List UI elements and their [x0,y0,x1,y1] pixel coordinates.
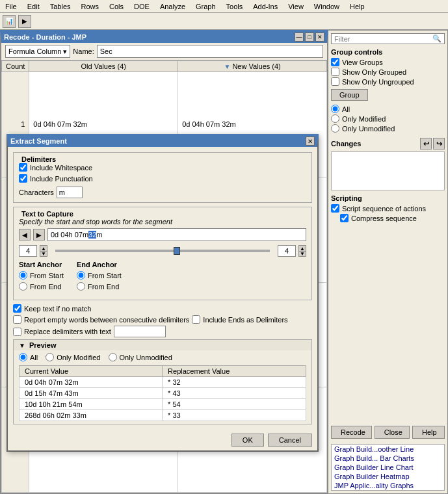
toolbar-icon-2[interactable]: ▶ [18,15,31,28]
end-from-start-radio[interactable] [77,271,85,280]
formula-column-dropdown[interactable]: Formula Column ▾ [5,45,70,58]
radio-all[interactable] [331,105,339,113]
next-segment-button[interactable]: ▶ [33,229,45,240]
formula-bar: Formula Column ▾ Name: [1,43,327,60]
preview-table: Current Value Replacement Value 0d 04h 0… [19,365,306,421]
ok-button[interactable]: OK [231,434,264,447]
end-num-input[interactable] [278,245,296,257]
help-button[interactable]: Help [412,426,445,439]
preview-unmodified-row: Only Unmodified [109,353,172,361]
start-from-start-label: From Start [30,272,64,280]
view-groups-checkbox[interactable] [331,58,339,66]
end-anchor-col: End Anchor From Start From End [77,261,122,292]
preview-section: ▼ Preview All Only Modified [13,339,312,424]
menu-edit[interactable]: Edit [25,3,42,10]
graph-item[interactable]: Graph Build... Bar Charts [332,454,444,463]
start-anchor-col: Start Anchor From Start From End [19,261,64,292]
graph-item[interactable]: Graph Builder Heatmap [332,472,444,481]
preview-unmodified-radio[interactable] [109,353,117,361]
preview-modified-radio[interactable] [46,353,54,361]
graph-item[interactable]: JMP Applic...ality Graphs [332,481,444,490]
preview-current-cell: 0d 04h 07m 32m [20,377,163,388]
undo-button[interactable]: ↩ [420,138,432,150]
maximize-button[interactable]: □ [305,32,314,42]
start-from-end-label: From End [30,283,61,291]
graph-item[interactable]: Graph Builder Line Chart [332,463,444,472]
capture-fieldset: Text to Capture Specify the start and st… [13,207,312,300]
close-button[interactable]: Close [375,426,410,439]
dialog-close-button[interactable]: ✕ [306,136,315,146]
characters-row: Characters [19,187,306,198]
name-input[interactable] [97,45,323,58]
menu-doe[interactable]: DOE [131,3,152,10]
preview-all-radio[interactable] [19,353,27,361]
anchor-slider-row: ▲ ▼ ▲ ▼ [19,245,306,257]
graph-item[interactable]: Graph Build...oother Line [332,445,444,454]
toolbar-icon-1[interactable]: 📊 [3,15,16,28]
group-controls: Group controls View Groups Show Only Gro… [331,48,445,101]
start-from-end-radio[interactable] [19,282,27,291]
menu-rows[interactable]: Rows [79,3,102,10]
show-only-ungrouped-label: Show Only Ungrouped [342,78,414,86]
menu-help[interactable]: Help [347,3,367,10]
cancel-button[interactable]: Cancel [268,434,312,447]
group-button[interactable]: Group [331,89,368,101]
old-values-col-header[interactable]: Old Values (4) [29,61,178,72]
start-from-start-radio[interactable] [19,271,27,280]
replace-text-input[interactable] [114,326,166,337]
delimiters-legend: Delimiters [19,155,306,163]
show-only-ungrouped-row: Show Only Ungrouped [331,77,445,86]
range-slider[interactable] [55,250,270,252]
show-only-grouped-checkbox[interactable] [331,68,339,76]
menu-file[interactable]: File [3,3,20,10]
menu-addins[interactable]: Add-Ins [250,3,280,10]
prev-segment-button[interactable]: ◀ [19,229,31,240]
redo-button[interactable]: ↪ [433,138,445,150]
menu-tables[interactable]: Tables [47,3,73,10]
preview-header[interactable]: ▼ Preview [14,340,311,350]
radio-unmodified[interactable] [331,124,339,133]
titlebar-controls: — □ ✕ [295,32,324,42]
filter-input[interactable] [334,35,430,43]
new-values-col-header[interactable]: ▼ New Values (4) [178,61,327,72]
scripting-section: Scripting Script sequence of actions Com… [331,194,445,224]
menu-tools[interactable]: Tools [224,3,246,10]
menu-graph[interactable]: Graph [193,3,218,10]
script-sequence-checkbox[interactable] [331,204,339,213]
minimize-button[interactable]: — [295,32,304,42]
characters-input[interactable] [57,187,83,198]
close-button[interactable]: ✕ [315,32,324,42]
include-whitespace-label: Include Whitespace [30,164,92,172]
start-down-button[interactable]: ▼ [40,251,47,257]
radio-modified[interactable] [331,114,339,123]
include-punctuation-checkbox[interactable] [19,174,27,183]
include-punctuation-row: Include Punctuation [19,174,306,183]
extract-segment-dialog[interactable]: Extract Segment ✕ Delimiters Include Whi… [7,134,319,452]
anchor-section: Start Anchor From Start From End [19,261,306,292]
preview-replacement-col-header: Replacement Value [163,366,306,377]
menu-view[interactable]: View [285,3,306,10]
include-ends-checkbox[interactable] [192,315,200,324]
end-up-button[interactable]: ▲ [298,245,306,251]
compress-sequence-checkbox[interactable] [340,214,349,222]
start-up-button[interactable]: ▲ [40,245,47,251]
end-down-button[interactable]: ▼ [298,251,306,257]
preview-replacement-cell: * 43 [163,388,306,399]
preview-replacement-cell: * 33 [163,410,306,421]
capture-legend: Text to Capture [19,210,306,218]
recode-button[interactable]: Recode [331,426,372,439]
keep-text-checkbox[interactable] [13,304,21,313]
preview-row: 10d 10h 21m 54m * 54 [20,399,306,410]
replace-delimiters-checkbox[interactable] [13,328,21,336]
menu-cols[interactable]: Cols [107,3,126,10]
preview-current-cell: 268d 06h 02m 33m [20,410,163,421]
report-empty-checkbox[interactable] [13,315,21,324]
start-num-input[interactable] [19,245,37,257]
changes-area [331,151,445,190]
include-whitespace-checkbox[interactable] [19,163,27,172]
end-from-end-radio[interactable] [77,282,85,291]
menu-analyze[interactable]: Analyze [157,3,188,10]
menu-window[interactable]: Window [311,3,342,10]
show-only-ungrouped-checkbox[interactable] [331,77,339,86]
end-from-end-row: From End [77,282,122,291]
